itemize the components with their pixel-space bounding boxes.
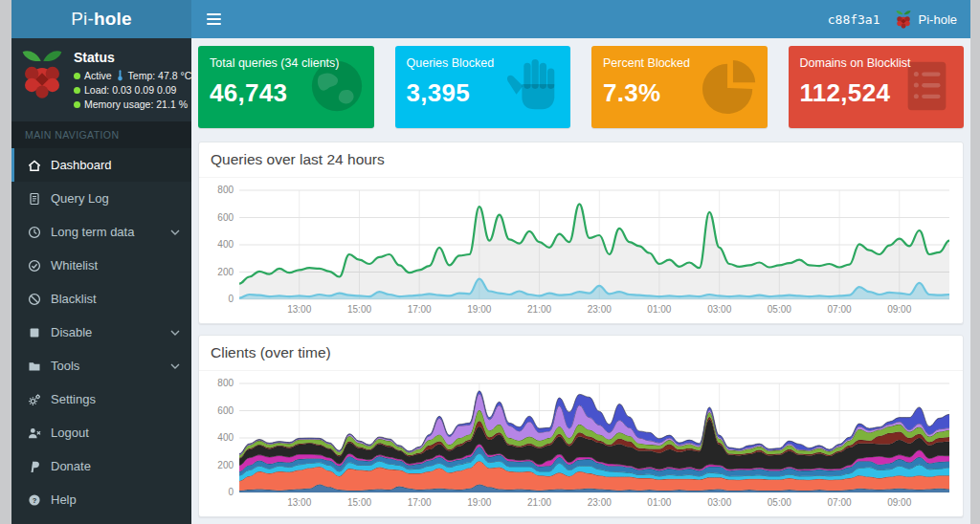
- sidebar-item-long-term-data[interactable]: Long term data: [11, 215, 191, 249]
- navbar-right: c88f3a1 Pi-hole: [828, 10, 970, 29]
- svg-text:07:00: 07:00: [828, 304, 852, 315]
- status-panel: Status ActiveTemp: 47.8 °CLoad: 0.03 0.0…: [11, 38, 191, 121]
- sidebar: Status ActiveTemp: 47.8 °CLoad: 0.03 0.0…: [11, 38, 191, 524]
- queries-panel: Queries over last 24 hours 13:0015:0017:…: [198, 142, 964, 324]
- sidebar-item-label: Disable: [51, 325, 92, 339]
- svg-text:400: 400: [217, 240, 234, 251]
- sidebar-item-label: Whitelist: [51, 258, 98, 273]
- svg-text:03:00: 03:00: [707, 497, 731, 508]
- home-icon: [27, 158, 41, 172]
- card-value: 112,524: [800, 78, 953, 108]
- svg-text:05:00: 05:00: [768, 304, 791, 315]
- user-x-icon: [27, 426, 41, 440]
- ban-icon: [27, 292, 41, 306]
- navbar: c88f3a1 Pi-hole: [191, 0, 970, 38]
- svg-text:09:00: 09:00: [887, 497, 911, 508]
- card-label: Total queries (34 clients): [210, 56, 363, 70]
- stat-card-domains-on-blocklist: Domains on Blocklist112,524: [789, 46, 965, 128]
- version-hash: c88f3a1: [828, 12, 880, 27]
- queries-panel-body: 13:0015:0017:0019:0021:0023:0001:0003:00…: [199, 178, 963, 323]
- status-info: Status ActiveTemp: 47.8 °CLoad: 0.03 0.0…: [74, 48, 191, 110]
- sidebar-item-label: Settings: [51, 392, 96, 406]
- check-circle-icon: [27, 258, 41, 273]
- card-value: 3,395: [407, 78, 560, 108]
- status-row: Load: 0.03 0.09 0.09: [74, 84, 191, 96]
- sidebar-item-query-log[interactable]: Query Log: [11, 182, 191, 215]
- svg-text:03:00: 03:00: [707, 304, 731, 315]
- main-content: Total queries (34 clients)46,743Queries …: [191, 38, 970, 524]
- status-dot: [74, 73, 80, 79]
- svg-text:800: 800: [217, 186, 234, 196]
- status-temp: Temp: 47.8 °C: [128, 70, 192, 81]
- raspberry-icon: [895, 10, 912, 29]
- svg-text:200: 200: [217, 267, 234, 277]
- sidebar-item-dashboard[interactable]: Dashboard: [11, 148, 191, 182]
- chevron-down-icon: [170, 229, 180, 235]
- brand-label: Pi-hole: [919, 12, 957, 27]
- pihole-brand-link[interactable]: Pi-hole: [895, 10, 957, 29]
- sidebar-item-whitelist[interactable]: Whitelist: [11, 249, 191, 282]
- sidebar-item-label: Blacklist: [51, 292, 97, 306]
- svg-text:800: 800: [217, 379, 234, 389]
- app-logo[interactable]: Pi-hole: [11, 0, 191, 38]
- stat-card-total-queries-34-clients: Total queries (34 clients)46,743: [198, 46, 374, 128]
- svg-text:17:00: 17:00: [408, 497, 432, 508]
- svg-text:200: 200: [217, 460, 234, 470]
- sidebar-item-label: Long term data: [51, 225, 134, 239]
- svg-text:23:00: 23:00: [588, 304, 612, 315]
- stop-icon: [27, 325, 41, 339]
- sidebar-item-help[interactable]: ?Help: [11, 483, 191, 516]
- thermometer-icon: [117, 70, 123, 81]
- sidebar-item-logout[interactable]: Logout: [11, 416, 191, 449]
- panel-title: Queries over last 24 hours: [199, 142, 963, 178]
- sidebar-item-label: Logout: [51, 426, 89, 440]
- svg-text:600: 600: [217, 212, 234, 223]
- queries-over-time-chart[interactable]: 13:0015:0017:0019:0021:0023:0001:0003:00…: [207, 183, 955, 319]
- svg-text:07:00: 07:00: [828, 497, 852, 508]
- sidebar-item-label: Dashboard: [51, 158, 112, 172]
- svg-text:13:00: 13:00: [287, 304, 311, 315]
- folder-icon: [27, 359, 41, 373]
- pihole-app: Pi-hole c88f3a1 Pi-hole Status ActiveTem…: [11, 0, 970, 524]
- status-row: ActiveTemp: 47.8 °C: [74, 70, 191, 81]
- logo-text-bold: hole: [94, 9, 132, 30]
- sidebar-item-settings[interactable]: Settings: [11, 382, 191, 416]
- card-label: Percent Blocked: [603, 56, 756, 70]
- svg-text:21:00: 21:00: [527, 304, 551, 315]
- svg-text:21:00: 21:00: [527, 497, 551, 508]
- sidebar-item-tools[interactable]: Tools: [11, 349, 191, 382]
- sidebar-item-donate[interactable]: Donate: [11, 449, 191, 483]
- sidebar-item-label: Donate: [51, 459, 91, 473]
- status-dot: [74, 87, 80, 94]
- svg-text:23:00: 23:00: [588, 497, 612, 508]
- panel-title: Clients (over time): [199, 336, 963, 371]
- status-row: Memory usage: 21.1 %: [74, 98, 191, 110]
- sidebar-item-label: Query Log: [51, 191, 109, 206]
- sidebar-menu: DashboardQuery LogLong term dataWhitelis…: [11, 148, 191, 516]
- clock-icon: [27, 225, 41, 239]
- question-icon: ?: [27, 492, 41, 507]
- stat-card-percent-blocked: Percent Blocked7.3%: [591, 46, 768, 128]
- sidebar-item-label: Tools: [51, 359, 79, 373]
- svg-text:09:00: 09:00: [887, 304, 911, 315]
- summary-cards-row: Total queries (34 clients)46,743Queries …: [198, 46, 964, 128]
- card-label: Queries Blocked: [407, 56, 560, 70]
- card-value: 7.3%: [603, 78, 756, 108]
- clients-panel-body: 13:0015:0017:0019:0021:0023:0001:0003:00…: [199, 371, 963, 516]
- svg-text:400: 400: [217, 433, 234, 444]
- svg-text:05:00: 05:00: [768, 497, 791, 508]
- sidebar-item-label: Help: [51, 492, 77, 507]
- svg-text:15:00: 15:00: [347, 497, 371, 508]
- sidebar-toggle-button[interactable]: [191, 0, 235, 38]
- stat-card-queries-blocked: Queries Blocked3,395: [395, 46, 571, 128]
- clients-over-time-chart[interactable]: 13:0015:0017:0019:0021:0023:0001:0003:00…: [207, 376, 955, 513]
- status-dot: [74, 101, 80, 108]
- top-navbar: Pi-hole c88f3a1 Pi-hole: [11, 0, 970, 38]
- svg-text:15:00: 15:00: [347, 304, 371, 315]
- paypal-icon: [27, 459, 41, 473]
- svg-text:01:00: 01:00: [647, 497, 671, 508]
- status-text: Load: 0.03 0.09 0.09: [84, 84, 176, 96]
- sidebar-item-disable[interactable]: Disable: [11, 316, 191, 349]
- sidebar-section-header: MAIN NAVIGATION: [11, 121, 191, 148]
- sidebar-item-blacklist[interactable]: Blacklist: [11, 282, 191, 316]
